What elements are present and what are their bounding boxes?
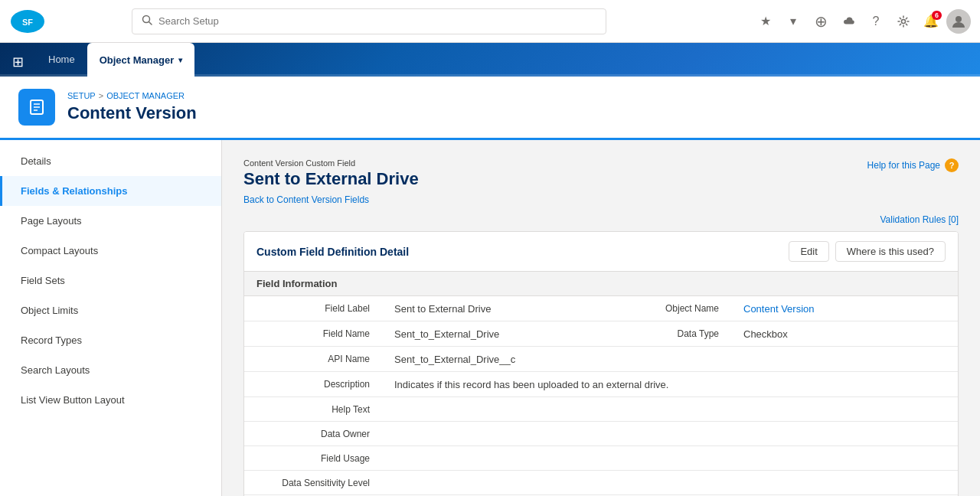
table-row: Data Sensitivity Level bbox=[244, 471, 958, 495]
sidebar-item-search-layouts[interactable]: Search Layouts bbox=[0, 355, 221, 385]
breadcrumb-object-manager-link[interactable]: OBJECT MANAGER bbox=[106, 91, 185, 100]
card-actions: Edit Where is this used? bbox=[789, 241, 946, 262]
breadcrumb: SETUP > OBJECT MANAGER bbox=[67, 91, 197, 100]
object-header-text: SETUP > OBJECT MANAGER Content Version bbox=[67, 91, 197, 123]
empty-value-1 bbox=[731, 347, 958, 371]
detail-panel: Content Version Custom Field Sent to Ext… bbox=[222, 140, 980, 496]
object-name-value: Content Version bbox=[731, 296, 958, 321]
settings-icon[interactable] bbox=[891, 9, 916, 34]
breadcrumb-setup-link[interactable]: SETUP bbox=[67, 91, 96, 100]
table-row: Help Text bbox=[244, 397, 958, 422]
favorites-icon[interactable]: ★ bbox=[753, 9, 778, 34]
notification-count: 6 bbox=[932, 11, 942, 20]
data-sensitivity-label: Data Sensitivity Level bbox=[244, 471, 382, 494]
svg-point-5 bbox=[956, 16, 962, 22]
top-nav-actions: ★ ▾ ⊕ ? 🔔 6 bbox=[753, 9, 971, 34]
where-used-button[interactable]: Where is this used? bbox=[835, 241, 946, 262]
card-header: Custom Field Definition Detail Edit Wher… bbox=[244, 232, 958, 272]
field-usage-label: Field Usage bbox=[244, 446, 382, 470]
tab-setup[interactable]: Home bbox=[36, 43, 87, 77]
field-information-header: Field Information bbox=[244, 272, 958, 296]
field-header: Content Version Custom Field Sent to Ext… bbox=[243, 158, 419, 205]
sidebar-item-field-sets[interactable]: Field Sets bbox=[0, 266, 221, 295]
breadcrumb-separator: > bbox=[99, 91, 103, 100]
field-label-value: Sent to External Drive bbox=[382, 296, 609, 321]
data-owner-value bbox=[382, 422, 958, 445]
sidebar-item-details-label: Details bbox=[21, 155, 51, 167]
help-for-page-link[interactable]: Help for this Page ? bbox=[867, 158, 959, 172]
object-manager-tab-label: Object Manager bbox=[100, 54, 175, 66]
field-name-label: Field Name bbox=[244, 321, 382, 346]
notifications-icon[interactable]: 🔔 6 bbox=[919, 9, 943, 34]
chevron-down-icon: ▾ bbox=[178, 56, 182, 64]
sidebar-item-page-layouts-label: Page Layouts bbox=[21, 215, 82, 227]
search-bar[interactable] bbox=[132, 8, 606, 34]
sidebar-item-record-types-label: Record Types bbox=[21, 334, 82, 346]
sidebar-item-record-types[interactable]: Record Types bbox=[0, 325, 221, 355]
object-name-label: Object Name bbox=[609, 296, 731, 321]
card-title: Custom Field Definition Detail bbox=[256, 246, 409, 258]
data-owner-label: Data Owner bbox=[244, 422, 382, 445]
table-row: Field Usage bbox=[244, 446, 958, 471]
page-title: Content Version bbox=[67, 103, 197, 123]
sidebar: Details Fields & Relationships Page Layo… bbox=[0, 140, 222, 496]
svg-text:SF: SF bbox=[22, 18, 33, 27]
validation-rules-section: Validation Rules [0] bbox=[243, 214, 959, 225]
field-label-label: Field Label bbox=[244, 296, 382, 321]
sidebar-item-list-view-label: List View Button Layout bbox=[21, 394, 125, 406]
custom-field-label: Content Version Custom Field bbox=[243, 158, 419, 168]
table-row: Field Name Sent_to_External_Drive Data T… bbox=[244, 321, 958, 347]
main-content: Details Fields & Relationships Page Layo… bbox=[0, 140, 980, 496]
help-text-label: Help Text bbox=[244, 397, 382, 421]
sidebar-item-details[interactable]: Details bbox=[0, 146, 221, 176]
table-row: API Name Sent_to_External_Drive__c bbox=[244, 347, 958, 372]
sidebar-item-object-limits[interactable]: Object Limits bbox=[0, 295, 221, 325]
field-name-value: Sent_to_External_Drive bbox=[382, 321, 609, 346]
search-input[interactable] bbox=[158, 15, 596, 27]
cloud-icon[interactable] bbox=[836, 9, 861, 34]
validation-rules-link[interactable]: Validation Rules [0] bbox=[880, 214, 959, 225]
empty-label-1 bbox=[609, 347, 731, 371]
object-header: SETUP > OBJECT MANAGER Content Version bbox=[0, 77, 980, 140]
edit-button[interactable]: Edit bbox=[789, 241, 828, 262]
sidebar-item-list-view-button-layout[interactable]: List View Button Layout bbox=[0, 385, 221, 415]
avatar[interactable] bbox=[946, 9, 971, 34]
api-name-value: Sent_to_External_Drive__c bbox=[382, 347, 609, 371]
field-usage-value bbox=[382, 446, 958, 470]
sidebar-item-field-sets-label: Field Sets bbox=[21, 275, 65, 286]
sidebar-item-page-layouts[interactable]: Page Layouts bbox=[0, 206, 221, 236]
top-navigation: SF ★ ▾ ⊕ ? 🔔 6 bbox=[0, 0, 980, 43]
custom-field-card: Custom Field Definition Detail Edit Wher… bbox=[243, 231, 959, 496]
sidebar-item-fields-relationships[interactable]: Fields & Relationships bbox=[0, 176, 221, 206]
description-label: Description bbox=[244, 372, 382, 396]
data-type-label: Data Type bbox=[609, 321, 731, 346]
data-type-value: Checkbox bbox=[731, 321, 958, 346]
sidebar-item-search-layouts-label: Search Layouts bbox=[21, 364, 90, 376]
description-value: Indicates if this record has been upload… bbox=[382, 372, 958, 396]
add-icon[interactable]: ⊕ bbox=[808, 9, 833, 34]
svg-point-4 bbox=[902, 19, 906, 23]
tab-bar: ⊞ Home Object Manager ▾ bbox=[0, 43, 980, 77]
favorites-dropdown-icon[interactable]: ▾ bbox=[781, 9, 805, 34]
grid-icon[interactable]: ⊞ bbox=[12, 54, 24, 77]
search-icon bbox=[142, 15, 152, 28]
table-row: Field Label Sent to External Drive Objec… bbox=[244, 296, 958, 321]
help-link-label: Help for this Page bbox=[867, 160, 940, 171]
setup-tab-label: Home bbox=[48, 54, 75, 65]
svg-line-3 bbox=[149, 22, 152, 25]
object-name-link[interactable]: Content Version bbox=[743, 303, 815, 315]
sidebar-item-object-limits-label: Object Limits bbox=[21, 305, 78, 316]
help-question-icon: ? bbox=[945, 158, 959, 172]
api-name-label: API Name bbox=[244, 347, 382, 371]
data-sensitivity-value bbox=[382, 471, 958, 494]
salesforce-logo[interactable]: SF bbox=[9, 8, 46, 34]
custom-field-title: Sent to External Drive bbox=[243, 169, 419, 189]
table-row: Description Indicates if this record has… bbox=[244, 372, 958, 397]
back-link[interactable]: Back to Content Version Fields bbox=[243, 194, 369, 205]
object-icon bbox=[18, 89, 55, 126]
help-icon[interactable]: ? bbox=[864, 9, 888, 34]
tab-object-manager[interactable]: Object Manager ▾ bbox=[87, 43, 195, 77]
table-row: Data Owner bbox=[244, 422, 958, 446]
sidebar-item-compact-layouts[interactable]: Compact Layouts bbox=[0, 236, 221, 266]
panel-top-section: Content Version Custom Field Sent to Ext… bbox=[243, 158, 959, 208]
